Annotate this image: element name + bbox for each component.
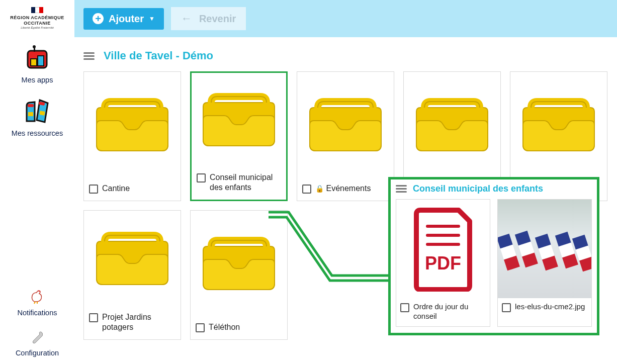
svg-rect-7: [28, 104, 34, 107]
resources-icon: [23, 97, 52, 125]
add-button[interactable]: + Ajouter ▼: [83, 8, 164, 30]
menu-icon[interactable]: [396, 184, 407, 194]
folder-icon: [201, 236, 277, 292]
wrench-icon: [30, 330, 45, 345]
file-card-pdf[interactable]: PDF Ordre du jour du conseil: [396, 199, 490, 327]
checkbox[interactable]: [197, 173, 206, 183]
svg-point-2: [33, 45, 36, 48]
rooster-icon: [29, 289, 45, 305]
logo: RÉGION ACADÉMIQUE OCCITANIE Liberté Égal…: [10, 7, 64, 30]
french-flag-icon: [30, 7, 45, 13]
folder-label: Cantine: [102, 184, 130, 194]
file-label: Ordre du jour du conseil: [413, 302, 486, 321]
logo-line2: OCCITANIE: [10, 21, 64, 26]
folder-thumb: [297, 72, 394, 178]
popup-title: Conseil municipal des enfants: [413, 184, 543, 194]
sidebar-item-label: Mes ressources: [12, 129, 63, 137]
folder-label: Conseil municipal des enfants: [210, 172, 281, 193]
folder-card[interactable]: Projet Jardins potagers: [83, 210, 181, 340]
checkbox[interactable]: [302, 185, 311, 194]
back-button-label: Revenir: [199, 13, 236, 25]
svg-rect-3: [31, 59, 37, 66]
svg-rect-4: [38, 56, 44, 66]
sidebar-item-notifications[interactable]: Notifications: [16, 289, 59, 317]
add-button-label: Ajouter: [109, 13, 144, 25]
logo-motto: Liberté Égalité Fraternité: [10, 26, 64, 30]
folder-preview-popup: Conseil municipal des enfants PDF Ordre …: [388, 177, 599, 335]
folder-label: 🔒 Evénements: [315, 184, 371, 194]
toolbar: + Ajouter ▼ ← Revenir: [74, 0, 617, 37]
folder-icon: [521, 98, 596, 153]
breadcrumb: Ville de Tavel - Démo: [74, 37, 617, 71]
sidebar-item-configuration[interactable]: Configuration: [16, 330, 59, 357]
folder-thumb: [404, 72, 500, 178]
chevron-down-icon: ▼: [149, 15, 155, 22]
popup-header: Conseil municipal des enfants: [396, 184, 592, 194]
folder-thumb: [84, 211, 181, 307]
folder-card[interactable]: Conseil municipal des enfants: [190, 71, 288, 201]
folder-card[interactable]: Téléthon: [190, 210, 288, 340]
folder-thumb: [510, 72, 607, 178]
pdf-icon: PDF: [410, 206, 476, 292]
svg-rect-6: [39, 111, 45, 116]
svg-rect-5: [28, 112, 33, 116]
folder-thumb: [192, 73, 286, 167]
folder-icon: [95, 231, 170, 287]
folder-icon: [414, 98, 490, 153]
checkbox[interactable]: [89, 185, 98, 194]
arrow-left-icon: ←: [181, 12, 192, 25]
image-thumb: [498, 200, 591, 298]
logo-line1: RÉGION ACADÉMIQUE: [10, 15, 64, 21]
sidebar-item-label: Configuration: [16, 349, 59, 357]
plus-icon: +: [93, 13, 104, 24]
folder-card[interactable]: Cantine: [83, 71, 181, 201]
page-title: Ville de Tavel - Démo: [104, 49, 213, 62]
checkbox[interactable]: [400, 303, 409, 312]
svg-text:PDF: PDF: [425, 253, 461, 274]
sidebar-item-apps[interactable]: Mes apps: [22, 45, 53, 84]
sidebar: RÉGION ACADÉMIQUE OCCITANIE Liberté Égal…: [0, 0, 74, 364]
folder-card[interactable]: 🔒 Evénements: [297, 71, 394, 201]
file-card-image[interactable]: les-elus-du-cme2.jpg: [497, 199, 592, 327]
lock-icon: 🔒: [315, 185, 324, 193]
checkbox[interactable]: [196, 323, 205, 332]
photo-placeholder: [498, 200, 591, 298]
folder-icon: [201, 93, 277, 148]
folder-thumb: [191, 211, 287, 317]
file-label: les-elus-du-cme2.jpg: [515, 302, 585, 312]
folder-label: Projet Jardins potagers: [102, 312, 175, 332]
sidebar-bottom: Notifications Configuration: [16, 289, 59, 359]
popup-grid: PDF Ordre du jour du conseil les: [396, 199, 592, 327]
checkbox[interactable]: [502, 303, 511, 312]
folder-icon: [95, 98, 170, 153]
pdf-thumb: PDF: [396, 200, 490, 298]
sidebar-item-label: Mes apps: [22, 76, 53, 84]
back-button[interactable]: ← Revenir: [171, 7, 246, 30]
folder-icon: [308, 98, 383, 153]
folder-thumb: [84, 72, 181, 178]
apps-icon: [24, 45, 51, 72]
checkbox[interactable]: [89, 313, 98, 322]
menu-icon[interactable]: [83, 51, 95, 61]
sidebar-item-label: Notifications: [18, 309, 57, 317]
sidebar-item-resources[interactable]: Mes ressources: [12, 97, 63, 137]
folder-label: Téléthon: [209, 322, 240, 332]
